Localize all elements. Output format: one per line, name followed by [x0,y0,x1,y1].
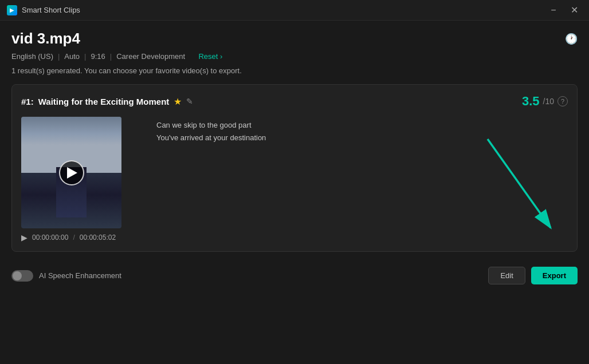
info-icon[interactable]: ? [557,96,568,106]
card-title-left: #1: Waiting for the Exciting Moment ★ ✎ [21,96,193,107]
action-buttons: Edit Export [488,267,578,284]
time-sep: / [73,234,74,242]
edit-button[interactable]: Edit [488,267,525,284]
reset-button[interactable]: Reset › [198,52,222,61]
card-header: #1: Waiting for the Exciting Moment ★ ✎ … [21,94,568,109]
score-denom: /10 [543,97,554,106]
app-title: Smart Short Clips [22,6,80,14]
minimize-button[interactable]: − [545,2,561,18]
toggle-knob [13,271,22,280]
meta-sep-4 [190,52,194,61]
video-section: ▶ 00:00:00:00 / 00:00:05:02 [21,117,147,242]
title-bar-left: ▶ Smart Short Clips [7,5,80,15]
ai-toggle-section: AI Speech Enhancement [11,270,121,282]
main-content: vid 3.mp4 🕐 English (US) | Auto | 9:16 |… [0,21,589,294]
title-bar-controls: − ✕ [545,2,582,18]
meta-aspect: 9:16 [91,52,105,61]
play-button[interactable] [59,160,84,185]
file-title-row: vid 3.mp4 🕐 [11,30,578,48]
transcript-line-2: You've arrived at your destination [156,132,568,144]
card-body: ▶ 00:00:00:00 / 00:00:05:02 Can we skip … [21,117,568,242]
time-current: 00:00:00:00 [32,234,68,242]
file-name: vid 3.mp4 [11,30,80,48]
close-button[interactable]: ✕ [566,2,582,18]
meta-sep-1: | [58,52,60,61]
clip-name: Waiting for the Exciting Moment [38,97,170,106]
clip-number: #1: [21,97,34,106]
meta-topic: Career Development [116,52,185,61]
transcript-line-1: Can we skip to the good part [156,119,568,132]
history-icon[interactable]: 🕐 [565,33,578,45]
bottom-bar: AI Speech Enhancement Edit Export [11,260,578,284]
score-value: 3.5 [522,94,540,109]
transcript-text: Can we skip to the good part You've arri… [156,119,568,144]
export-button[interactable]: Export [531,267,578,284]
meta-language: English (US) [11,52,53,61]
play-triangle-icon [67,167,77,179]
transcript-section: Can we skip to the good part You've arri… [156,117,568,242]
app-icon: ▶ [7,5,17,15]
ai-label: AI Speech Enhancement [39,271,121,280]
meta-bar: English (US) | Auto | 9:16 | Career Deve… [11,52,578,61]
star-icon[interactable]: ★ [174,96,182,107]
clip-card: #1: Waiting for the Exciting Moment ★ ✎ … [11,84,578,252]
title-bar: ▶ Smart Short Clips − ✕ [0,0,589,21]
meta-sep-3: | [110,52,112,61]
score-area: 3.5 /10 ? [522,94,568,109]
meta-sep-2: | [84,52,86,61]
result-info: 1 result(s) generated. You can choose yo… [11,66,578,75]
meta-mode: Auto [64,52,80,61]
play-small-icon[interactable]: ▶ [21,233,28,242]
edit-icon[interactable]: ✎ [186,97,193,106]
video-thumbnail [21,117,121,228]
ai-speech-toggle[interactable] [11,270,33,282]
time-total: 00:00:05:02 [80,234,116,242]
video-controls: ▶ 00:00:00:00 / 00:00:05:02 [21,233,147,242]
